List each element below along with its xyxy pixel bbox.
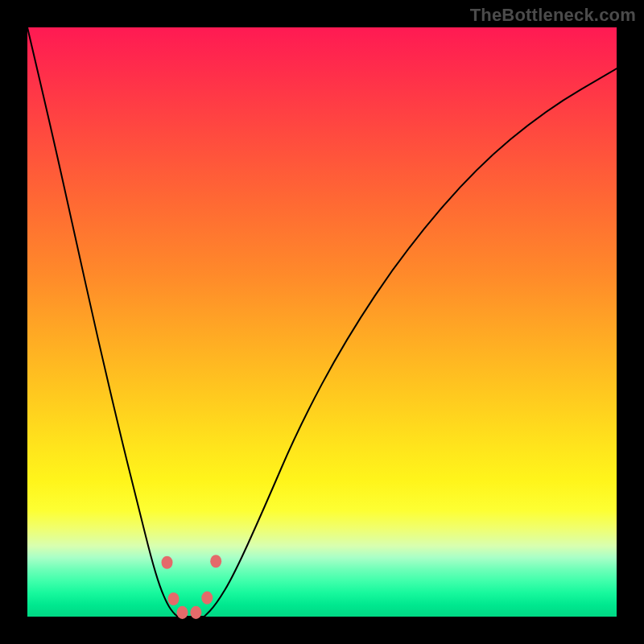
marker-dot [162,556,173,569]
marker-dot [210,555,221,568]
marker-dot [177,606,188,619]
marker-dot [201,592,213,605]
watermark-text: TheBottleneck.com [470,5,636,26]
plot-area [27,27,617,617]
marker-dot [190,606,201,619]
bottleneck-curve [27,27,617,617]
marker-dot [168,592,180,605]
curve-path [27,27,617,617]
chart-frame: TheBottleneck.com [0,0,644,644]
